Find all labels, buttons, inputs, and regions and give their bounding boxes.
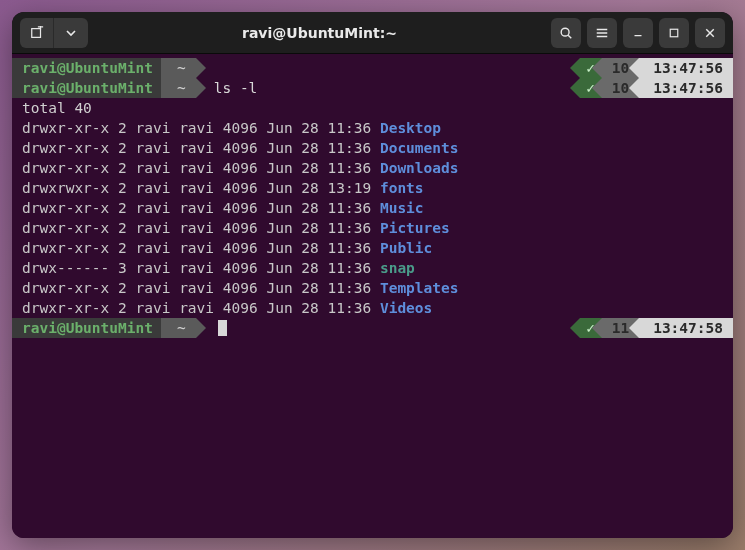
prompt-user: ravi@UbuntuMint	[12, 318, 161, 338]
timestamp: 13:47:56	[639, 78, 733, 98]
new-tab-dropdown[interactable]	[54, 18, 88, 48]
svg-rect-9	[670, 29, 678, 37]
listing-row: drwxr-xr-x 2 ravi ravi 4096 Jun 28 11:36…	[12, 298, 733, 318]
listing-row: drwx------ 3 ravi ravi 4096 Jun 28 11:36…	[12, 258, 733, 278]
listing-row: drwxr-xr-x 2 ravi ravi 4096 Jun 28 11:36…	[12, 118, 733, 138]
listing-row: drwxr-xr-x 2 ravi ravi 4096 Jun 28 11:36…	[12, 158, 733, 178]
prompt-line: ravi@UbuntuMint ~ ✓ 10 13:47:56	[12, 58, 733, 78]
listing-row: drwxr-xr-x 2 ravi ravi 4096 Jun 28 11:36…	[12, 278, 733, 298]
prompt-user: ravi@UbuntuMint	[12, 58, 161, 78]
titlebar: ravi@UbuntuMint:~	[12, 12, 733, 54]
close-button[interactable]	[695, 18, 725, 48]
terminal-window: ravi@UbuntuMint:~ ravi@UbuntuMint ~	[12, 12, 733, 538]
timestamp: 13:47:58	[639, 318, 733, 338]
timestamp: 13:47:56	[639, 58, 733, 78]
listing: drwxr-xr-x 2 ravi ravi 4096 Jun 28 11:36…	[12, 118, 733, 318]
output-total: total 40	[12, 98, 733, 118]
new-tab-button[interactable]	[20, 18, 54, 48]
prompt-path: ~	[161, 78, 196, 98]
window-title: ravi@UbuntuMint:~	[94, 25, 545, 41]
prompt-user: ravi@UbuntuMint	[12, 78, 161, 98]
maximize-button[interactable]	[659, 18, 689, 48]
prompt-path: ~	[161, 318, 196, 338]
prompt-path: ~	[161, 58, 196, 78]
minimize-button[interactable]	[623, 18, 653, 48]
svg-line-4	[568, 35, 571, 38]
listing-row: drwxr-xr-x 2 ravi ravi 4096 Jun 28 11:36…	[12, 198, 733, 218]
search-button[interactable]	[551, 18, 581, 48]
terminal-body[interactable]: ravi@UbuntuMint ~ ✓ 10 13:47:56 ravi@Ubu…	[12, 54, 733, 538]
prompt-line: ravi@UbuntuMint ~ ls -l ✓ 10 13:47:56	[12, 78, 733, 98]
menu-button[interactable]	[587, 18, 617, 48]
listing-row: drwxrwxr-x 2 ravi ravi 4096 Jun 28 13:19…	[12, 178, 733, 198]
svg-rect-0	[31, 28, 40, 37]
prompt-line-current: ravi@UbuntuMint ~ ✓ 11 13:47:58	[12, 318, 733, 338]
listing-row: drwxr-xr-x 2 ravi ravi 4096 Jun 28 11:36…	[12, 238, 733, 258]
listing-row: drwxr-xr-x 2 ravi ravi 4096 Jun 28 11:36…	[12, 218, 733, 238]
new-tab-split[interactable]	[20, 18, 88, 48]
svg-point-3	[561, 28, 569, 36]
listing-row: drwxr-xr-x 2 ravi ravi 4096 Jun 28 11:36…	[12, 138, 733, 158]
